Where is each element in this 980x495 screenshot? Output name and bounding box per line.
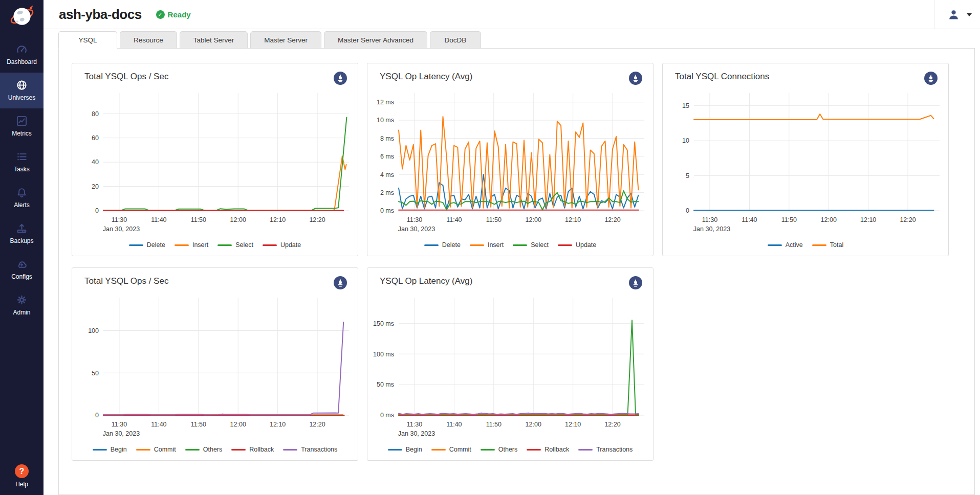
help-icon: ? — [15, 464, 29, 478]
legend-swatch — [768, 244, 782, 246]
sidebar-item-label: Tasks — [14, 166, 30, 173]
legend-item-select[interactable]: Select — [513, 241, 549, 249]
x-tick-label: 12:00 — [230, 216, 246, 223]
legend-item-delete[interactable]: Delete — [424, 241, 461, 249]
legend-item-transactions[interactable]: Transactions — [283, 446, 337, 453]
y-tick-label: 8 ms — [380, 135, 394, 142]
sidebar-item-tasks[interactable]: Tasks — [0, 144, 43, 180]
user-menu-button[interactable] — [947, 8, 972, 21]
x-tick-label: 11:50 — [781, 216, 797, 223]
sidebar-item-metrics[interactable]: Metrics — [0, 108, 43, 144]
chart-legend: DeleteInsertSelectUpdate — [78, 241, 352, 251]
y-tick-label: 40 — [92, 159, 99, 166]
y-tick-label: 20 — [92, 183, 99, 190]
legend-item-begin[interactable]: Begin — [93, 446, 127, 453]
chart-title: Total YSQL Ops / Sec — [84, 72, 168, 82]
legend-label: Rollback — [545, 446, 569, 453]
sidebar-item-admin[interactable]: Admin — [0, 287, 43, 323]
series-line-total — [694, 114, 933, 120]
legend-item-transactions[interactable]: Transactions — [578, 446, 633, 453]
y-tick-label: 0 ms — [380, 412, 394, 419]
y-tick-label: 50 — [92, 370, 99, 377]
legend-item-rollback[interactable]: Rollback — [231, 446, 274, 453]
tab-tablet-server[interactable]: Tablet Server — [180, 31, 248, 49]
sidebar-item-label: Universes — [8, 94, 35, 101]
legend-item-update[interactable]: Update — [263, 241, 301, 249]
y-tick-label: 0 ms — [380, 207, 394, 214]
prometheus-icon[interactable] — [629, 72, 642, 85]
x-tick-label: 12:20 — [604, 216, 620, 223]
y-tick-label: 0 — [95, 412, 99, 419]
x-axis-date-label: Jan 30, 2023 — [103, 226, 140, 233]
y-tick-label: 12 ms — [377, 99, 394, 106]
x-axis-date-label: Jan 30, 2023 — [398, 430, 435, 437]
legend-item-commit[interactable]: Commit — [136, 446, 176, 453]
x-axis-date-label: Jan 30, 2023 — [693, 226, 730, 233]
legend-item-active[interactable]: Active — [768, 241, 803, 249]
x-tick-label: 12:20 — [604, 421, 620, 428]
legend-label: Active — [786, 241, 803, 249]
x-tick-label: 12:20 — [900, 216, 916, 223]
chart-panel: YSQL Op Latency (Avg) 0 ms50 ms100 ms150… — [367, 267, 654, 461]
app-logo[interactable] — [0, 0, 43, 32]
sidebar-item-universes[interactable]: Universes — [0, 73, 43, 108]
legend-item-total[interactable]: Total — [812, 241, 843, 249]
prometheus-icon[interactable] — [334, 276, 347, 289]
sidebar-item-alerts[interactable]: Alerts — [0, 180, 43, 216]
y-tick-label: 60 — [92, 134, 99, 142]
legend-swatch — [388, 449, 402, 451]
legend-item-select[interactable]: Select — [217, 241, 253, 249]
tab-ysql[interactable]: YSQL — [58, 31, 117, 49]
legend-swatch — [93, 449, 107, 451]
prometheus-icon[interactable] — [924, 72, 938, 85]
legend-item-update[interactable]: Update — [558, 241, 596, 249]
sidebar-item-backups[interactable]: Backups — [0, 216, 43, 252]
y-tick-label: 0 — [686, 207, 689, 214]
chart-legend: DeleteInsertSelectUpdate — [373, 241, 647, 251]
legend-item-insert[interactable]: Insert — [175, 241, 208, 249]
legend-item-others[interactable]: Others — [185, 446, 223, 453]
x-tick-label: 11:30 — [112, 216, 127, 223]
legend-item-delete[interactable]: Delete — [129, 241, 165, 249]
user-icon — [947, 8, 961, 21]
tab-content: Total YSQL Ops / Sec 02040608011:30Jan 3… — [58, 48, 975, 495]
prometheus-icon[interactable] — [334, 72, 347, 85]
legend-swatch — [424, 244, 439, 246]
sidebar-item-label: Help — [15, 481, 28, 488]
tab-docdb[interactable]: DocDB — [430, 31, 481, 49]
legend-item-commit[interactable]: Commit — [431, 446, 471, 453]
chart-canvas: 0 ms2 ms4 ms6 ms8 ms10 ms12 ms11:30Jan 3… — [373, 88, 647, 237]
sidebar-item-label: Backups — [10, 237, 33, 244]
sidebar-item-dashboard[interactable]: Dashboard — [0, 37, 43, 73]
sidebar-item-configs[interactable]: Configs — [0, 252, 43, 287]
y-tick-label: 2 ms — [380, 189, 394, 196]
legend-item-others[interactable]: Others — [481, 446, 518, 453]
y-tick-label: 15 — [682, 102, 689, 109]
legend-swatch — [470, 244, 484, 246]
tab-master-server-advanced[interactable]: Master Server Advanced — [324, 31, 427, 49]
x-tick-label: 11:50 — [486, 421, 502, 428]
sidebar-item-label: Configs — [11, 273, 32, 280]
legend-item-begin[interactable]: Begin — [388, 446, 422, 453]
panel-header: YSQL Op Latency (Avg) — [373, 71, 647, 85]
tab-resource[interactable]: Resource — [120, 31, 177, 49]
prometheus-icon[interactable] — [629, 276, 642, 289]
x-tick-label: 12:00 — [230, 421, 246, 428]
tab-master-server[interactable]: Master Server — [250, 31, 321, 49]
x-tick-label: 12:10 — [565, 216, 581, 223]
chart-title: Total YSQL Ops / Sec — [84, 276, 168, 286]
x-tick-label: 12:10 — [270, 216, 286, 223]
x-tick-label: 11:30 — [407, 216, 422, 223]
legend-item-rollback[interactable]: Rollback — [527, 446, 569, 453]
y-tick-label: 4 ms — [380, 171, 394, 178]
x-tick-label: 12:00 — [526, 216, 541, 223]
legend-swatch — [481, 449, 495, 451]
x-tick-label: 12:00 — [821, 216, 837, 223]
chart-panel: Total YSQL Ops / Sec 05010011:30Jan 30, … — [72, 267, 358, 461]
legend-label: Transactions — [596, 446, 633, 453]
sidebar-item-help[interactable]: ? Help — [15, 464, 29, 488]
legend-swatch — [263, 244, 277, 246]
legend-label: Commit — [154, 446, 176, 453]
legend-item-insert[interactable]: Insert — [470, 241, 504, 249]
chart-title: YSQL Op Latency (Avg) — [380, 72, 472, 82]
